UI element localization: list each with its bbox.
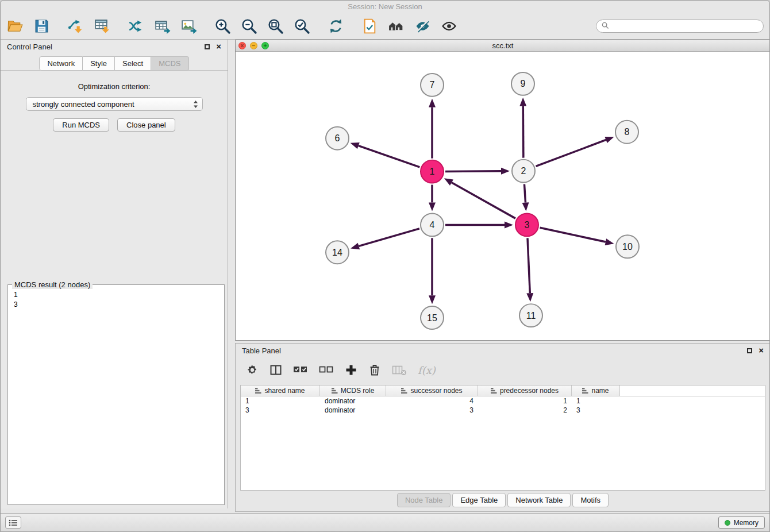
edge-1-6[interactable] (359, 146, 420, 167)
float-table-panel-icon[interactable] (747, 348, 752, 353)
table-cell: dominator (320, 406, 386, 415)
search-input[interactable] (612, 22, 758, 30)
export-table-button[interactable] (153, 17, 171, 35)
open-button[interactable] (6, 17, 24, 35)
tab-edge-table[interactable]: Edge Table (452, 493, 506, 507)
optimization-select[interactable]: strongly connected component (26, 97, 203, 111)
tab-network[interactable]: Network (39, 56, 83, 71)
network-canvas[interactable]: 7968124314101511 (236, 52, 770, 340)
node-label: 3 (525, 220, 530, 230)
column-label: name (591, 387, 609, 395)
graph-node-15[interactable]: 15 (421, 306, 444, 329)
toolbar-group (67, 17, 111, 35)
graph-node-14[interactable]: 14 (326, 241, 349, 264)
tab-motifs[interactable]: Motifs (572, 493, 609, 507)
zoom-fit-icon (267, 18, 284, 34)
edge-arrowhead-icon (351, 243, 360, 249)
titlebar[interactable]: Session: New Session (1, 1, 769, 13)
zoom-in-button[interactable] (214, 17, 232, 35)
graph-node-11[interactable]: 11 (519, 304, 542, 327)
toolbar-group (327, 17, 345, 35)
float-panel-icon[interactable] (205, 44, 210, 49)
edge-1-2[interactable] (445, 171, 501, 172)
refresh-icon (328, 18, 344, 34)
table-row[interactable]: 1dominator411 (241, 396, 765, 406)
mcds-result-item: 1 (14, 290, 218, 300)
column-header-successor-nodes[interactable]: successor nodes (386, 385, 478, 396)
vizmap-button[interactable] (414, 17, 432, 35)
zoom-out-button[interactable] (240, 17, 258, 35)
import-table-button[interactable] (93, 17, 111, 35)
tab-network-table[interactable]: Network Table (507, 493, 571, 507)
save-button[interactable] (33, 17, 51, 35)
graph-node-10[interactable]: 10 (616, 235, 639, 258)
task-history-button[interactable] (5, 516, 21, 529)
close-control-panel-icon[interactable]: × (216, 43, 221, 50)
dropdown-stepper-icon (193, 100, 198, 109)
deselect-all-icon (319, 364, 334, 376)
edge-3-11[interactable] (528, 238, 530, 293)
table-cell: 4 (386, 396, 478, 406)
memory-status-icon (725, 520, 730, 526)
graph-node-6[interactable]: 6 (326, 127, 349, 150)
edge-arrowhead-icon (522, 202, 529, 211)
graph-node-7[interactable]: 7 (421, 74, 444, 97)
edge-2-3[interactable] (524, 184, 525, 202)
column-header-MCDS-role[interactable]: MCDS role (320, 385, 386, 396)
close-window-button[interactable]: × (238, 42, 246, 49)
column-header-shared-name[interactable]: shared name (241, 385, 320, 396)
zoom-fit-button[interactable] (267, 17, 284, 35)
memory-button[interactable]: Memory (718, 516, 765, 529)
tab-mcds[interactable]: MCDS (151, 56, 188, 71)
edge-3-1[interactable] (452, 183, 515, 218)
overview-button[interactable] (387, 17, 405, 35)
report-button[interactable] (361, 17, 379, 35)
node-label: 9 (521, 79, 526, 88)
import-network-button[interactable] (67, 17, 84, 35)
network-window-titlebar[interactable]: × − + scc.txt (236, 40, 770, 52)
graph-node-8[interactable]: 8 (615, 121, 638, 144)
tab-node-table[interactable]: Node Table (397, 493, 451, 507)
close-panel-button[interactable]: Close panel (117, 118, 175, 132)
settings-button[interactable] (246, 364, 259, 376)
edge-arrowhead-icon (526, 293, 533, 302)
edge-4-14[interactable] (359, 229, 419, 246)
column-header-name[interactable]: name (572, 385, 620, 396)
maximize-window-button[interactable]: + (261, 42, 269, 49)
control-panel-title: Control Panel (7, 43, 52, 51)
delete-button[interactable] (368, 364, 381, 376)
add-button[interactable] (345, 364, 357, 376)
edge-2-8[interactable] (536, 140, 606, 166)
mcds-result-box: MCDS result (2 nodes) 13 (7, 284, 225, 505)
eye-button[interactable] (440, 17, 458, 35)
column-label: MCDS role (341, 387, 375, 395)
edge-arrowhead-icon (429, 99, 436, 107)
export-image-button[interactable] (180, 17, 198, 35)
deselect-all-button[interactable] (319, 364, 334, 376)
select-all-button[interactable] (293, 364, 308, 376)
graph-node-2[interactable]: 2 (512, 160, 535, 183)
close-table-panel-icon[interactable]: × (759, 347, 764, 354)
delete-columns-icon (392, 364, 407, 376)
table-row[interactable]: 3dominator323 (241, 406, 765, 415)
run-mcds-button[interactable]: Run MCDS (53, 118, 109, 132)
graph-node-3[interactable]: 3 (515, 213, 538, 236)
graph-node-4[interactable]: 4 (421, 213, 444, 236)
graph-node-9[interactable]: 9 (511, 72, 534, 95)
minimize-window-button[interactable]: − (250, 42, 257, 49)
node-label: 15 (427, 313, 437, 323)
tab-style[interactable]: Style (83, 56, 115, 71)
graph-node-1[interactable]: 1 (421, 160, 444, 183)
column-header-predecessor-nodes[interactable]: predecessor nodes (478, 385, 572, 396)
export-network-button[interactable] (127, 17, 145, 35)
edge-2-9[interactable] (523, 106, 523, 158)
mcds-result-list: 13 (8, 285, 224, 315)
tab-select[interactable]: Select (115, 56, 151, 71)
function-button: f(x) (418, 364, 436, 376)
function-icon: f(x) (418, 364, 436, 376)
refresh-button[interactable] (327, 17, 345, 35)
columns-button[interactable] (270, 364, 282, 376)
zoom-selected-button[interactable] (293, 17, 311, 35)
search-field[interactable] (596, 20, 764, 33)
edge-3-10[interactable] (540, 228, 605, 242)
